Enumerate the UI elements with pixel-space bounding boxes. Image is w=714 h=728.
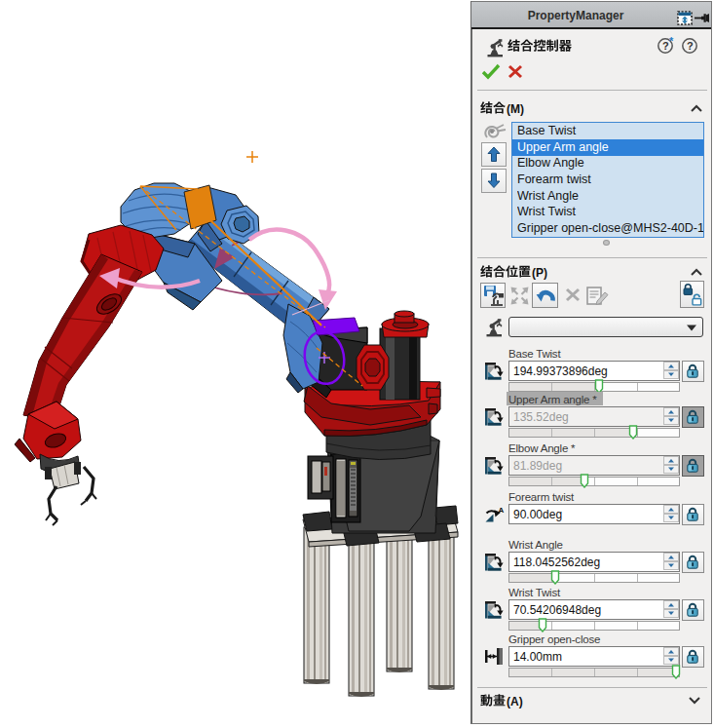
- svg-text:?: ?: [662, 40, 669, 52]
- svg-text:?: ?: [687, 40, 694, 52]
- svg-text:A: A: [499, 506, 505, 515]
- svg-text:*: *: [669, 37, 674, 47]
